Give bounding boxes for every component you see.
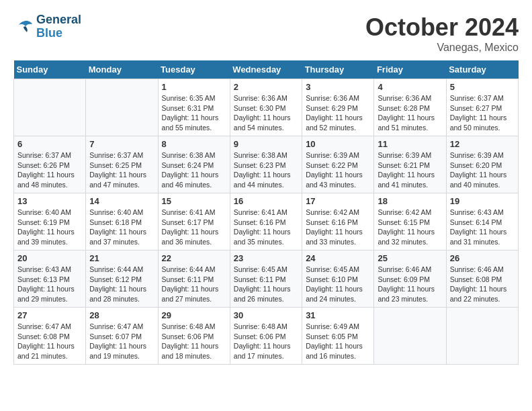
calendar-cell: 24Sunrise: 6:45 AM Sunset: 6:10 PM Dayli… — [302, 250, 374, 308]
day-info: Sunrise: 6:41 AM Sunset: 6:17 PM Dayligh… — [162, 208, 226, 247]
day-number: 22 — [162, 253, 226, 263]
calendar-cell — [86, 79, 158, 136]
day-number: 15 — [162, 196, 226, 206]
calendar-cell: 22Sunrise: 6:44 AM Sunset: 6:11 PM Dayli… — [158, 250, 230, 308]
day-number: 13 — [17, 196, 82, 206]
calendar-cell: 19Sunrise: 6:43 AM Sunset: 6:14 PM Dayli… — [446, 193, 518, 250]
calendar-cell: 20Sunrise: 6:43 AM Sunset: 6:13 PM Dayli… — [14, 250, 86, 308]
day-info: Sunrise: 6:38 AM Sunset: 6:23 PM Dayligh… — [234, 150, 298, 190]
calendar-cell: 12Sunrise: 6:39 AM Sunset: 6:20 PM Dayli… — [446, 136, 518, 193]
calendar-cell: 30Sunrise: 6:48 AM Sunset: 6:06 PM Dayli… — [230, 308, 302, 365]
day-info: Sunrise: 6:47 AM Sunset: 6:07 PM Dayligh… — [89, 322, 154, 361]
day-info: Sunrise: 6:37 AM Sunset: 6:25 PM Dayligh… — [89, 150, 154, 190]
day-number: 5 — [450, 82, 515, 92]
calendar-cell: 16Sunrise: 6:41 AM Sunset: 6:16 PM Dayli… — [230, 193, 302, 250]
day-info: Sunrise: 6:43 AM Sunset: 6:14 PM Dayligh… — [450, 208, 515, 247]
weekday-header-tuesday: Tuesday — [158, 60, 230, 79]
calendar-cell: 17Sunrise: 6:42 AM Sunset: 6:16 PM Dayli… — [302, 193, 374, 250]
day-info: Sunrise: 6:46 AM Sunset: 6:08 PM Dayligh… — [450, 265, 515, 304]
calendar-week-row: 13Sunrise: 6:40 AM Sunset: 6:19 PM Dayli… — [14, 193, 519, 250]
day-number: 30 — [234, 310, 298, 320]
calendar-cell: 4Sunrise: 6:36 AM Sunset: 6:28 PM Daylig… — [374, 79, 446, 136]
weekday-header-friday: Friday — [374, 60, 446, 79]
day-info: Sunrise: 6:39 AM Sunset: 6:21 PM Dayligh… — [378, 150, 442, 190]
calendar-cell: 9Sunrise: 6:38 AM Sunset: 6:23 PM Daylig… — [230, 136, 302, 193]
calendar-week-row: 20Sunrise: 6:43 AM Sunset: 6:13 PM Dayli… — [14, 250, 519, 308]
calendar-cell — [446, 308, 518, 365]
day-info: Sunrise: 6:36 AM Sunset: 6:29 PM Dayligh… — [306, 93, 370, 133]
day-info: Sunrise: 6:47 AM Sunset: 6:08 PM Dayligh… — [17, 322, 82, 361]
calendar-cell: 5Sunrise: 6:37 AM Sunset: 6:27 PM Daylig… — [446, 79, 518, 136]
day-info: Sunrise: 6:35 AM Sunset: 6:31 PM Dayligh… — [162, 93, 226, 133]
calendar-week-row: 27Sunrise: 6:47 AM Sunset: 6:08 PM Dayli… — [14, 308, 519, 365]
weekday-header-saturday: Saturday — [446, 60, 518, 79]
calendar-cell: 29Sunrise: 6:48 AM Sunset: 6:06 PM Dayli… — [158, 308, 230, 365]
day-info: Sunrise: 6:48 AM Sunset: 6:06 PM Dayligh… — [162, 322, 226, 361]
day-number: 23 — [234, 253, 298, 263]
day-number: 7 — [89, 139, 154, 149]
calendar-cell: 25Sunrise: 6:46 AM Sunset: 6:09 PM Dayli… — [374, 250, 446, 308]
day-info: Sunrise: 6:43 AM Sunset: 6:13 PM Dayligh… — [17, 265, 82, 304]
title-block: October 2024 Vanegas, Mexico — [365, 13, 519, 54]
calendar-cell: 15Sunrise: 6:41 AM Sunset: 6:17 PM Dayli… — [158, 193, 230, 250]
calendar-cell: 1Sunrise: 6:35 AM Sunset: 6:31 PM Daylig… — [158, 79, 230, 136]
day-number: 26 — [450, 253, 515, 263]
day-number: 31 — [306, 310, 370, 320]
calendar-cell: 2Sunrise: 6:36 AM Sunset: 6:30 PM Daylig… — [230, 79, 302, 136]
day-number: 24 — [306, 253, 370, 263]
day-number: 21 — [89, 253, 154, 263]
day-number: 4 — [378, 82, 442, 92]
calendar-cell — [14, 79, 86, 136]
logo-text: General Blue — [36, 13, 81, 40]
day-number: 28 — [89, 310, 154, 320]
day-info: Sunrise: 6:38 AM Sunset: 6:24 PM Dayligh… — [162, 150, 226, 190]
day-info: Sunrise: 6:44 AM Sunset: 6:12 PM Dayligh… — [89, 265, 154, 304]
day-info: Sunrise: 6:40 AM Sunset: 6:18 PM Dayligh… — [89, 208, 154, 247]
weekday-header-wednesday: Wednesday — [230, 60, 302, 79]
logo-bird-icon — [13, 19, 34, 35]
calendar-cell: 31Sunrise: 6:49 AM Sunset: 6:05 PM Dayli… — [302, 308, 374, 365]
day-info: Sunrise: 6:46 AM Sunset: 6:09 PM Dayligh… — [378, 265, 442, 304]
weekday-header-sunday: Sunday — [14, 60, 86, 79]
calendar-week-row: 6Sunrise: 6:37 AM Sunset: 6:26 PM Daylig… — [14, 136, 519, 193]
day-info: Sunrise: 6:44 AM Sunset: 6:11 PM Dayligh… — [162, 265, 226, 304]
day-info: Sunrise: 6:41 AM Sunset: 6:16 PM Dayligh… — [234, 208, 298, 247]
weekday-header-monday: Monday — [86, 60, 158, 79]
weekday-header-thursday: Thursday — [302, 60, 374, 79]
page-header: General Blue October 2024 Vanegas, Mexic… — [13, 13, 519, 54]
day-info: Sunrise: 6:37 AM Sunset: 6:26 PM Dayligh… — [17, 150, 82, 190]
day-number: 27 — [17, 310, 82, 320]
day-info: Sunrise: 6:45 AM Sunset: 6:11 PM Dayligh… — [234, 265, 298, 304]
day-number: 17 — [306, 196, 370, 206]
calendar-cell: 14Sunrise: 6:40 AM Sunset: 6:18 PM Dayli… — [86, 193, 158, 250]
day-info: Sunrise: 6:37 AM Sunset: 6:27 PM Dayligh… — [450, 93, 515, 133]
day-info: Sunrise: 6:36 AM Sunset: 6:28 PM Dayligh… — [378, 93, 442, 133]
calendar-cell: 28Sunrise: 6:47 AM Sunset: 6:07 PM Dayli… — [86, 308, 158, 365]
calendar-cell — [374, 308, 446, 365]
calendar-cell: 26Sunrise: 6:46 AM Sunset: 6:08 PM Dayli… — [446, 250, 518, 308]
day-number: 29 — [162, 310, 226, 320]
day-number: 16 — [234, 196, 298, 206]
calendar-cell: 23Sunrise: 6:45 AM Sunset: 6:11 PM Dayli… — [230, 250, 302, 308]
day-info: Sunrise: 6:49 AM Sunset: 6:05 PM Dayligh… — [306, 322, 370, 361]
calendar-cell: 6Sunrise: 6:37 AM Sunset: 6:26 PM Daylig… — [14, 136, 86, 193]
calendar-cell: 10Sunrise: 6:39 AM Sunset: 6:22 PM Dayli… — [302, 136, 374, 193]
day-number: 9 — [234, 139, 298, 149]
calendar-cell: 3Sunrise: 6:36 AM Sunset: 6:29 PM Daylig… — [302, 79, 374, 136]
day-number: 12 — [450, 139, 515, 149]
day-info: Sunrise: 6:40 AM Sunset: 6:19 PM Dayligh… — [17, 208, 82, 247]
day-number: 2 — [234, 82, 298, 92]
day-number: 11 — [378, 139, 442, 149]
calendar-cell: 27Sunrise: 6:47 AM Sunset: 6:08 PM Dayli… — [14, 308, 86, 365]
day-info: Sunrise: 6:45 AM Sunset: 6:10 PM Dayligh… — [306, 265, 370, 304]
day-number: 10 — [306, 139, 370, 149]
day-number: 18 — [378, 196, 442, 206]
month-title: October 2024 — [365, 13, 519, 42]
day-number: 25 — [378, 253, 442, 263]
calendar-cell: 11Sunrise: 6:39 AM Sunset: 6:21 PM Dayli… — [374, 136, 446, 193]
calendar-cell: 7Sunrise: 6:37 AM Sunset: 6:25 PM Daylig… — [86, 136, 158, 193]
day-number: 20 — [17, 253, 82, 263]
day-number: 8 — [162, 139, 226, 149]
day-info: Sunrise: 6:39 AM Sunset: 6:20 PM Dayligh… — [450, 150, 515, 190]
day-number: 1 — [162, 82, 226, 92]
